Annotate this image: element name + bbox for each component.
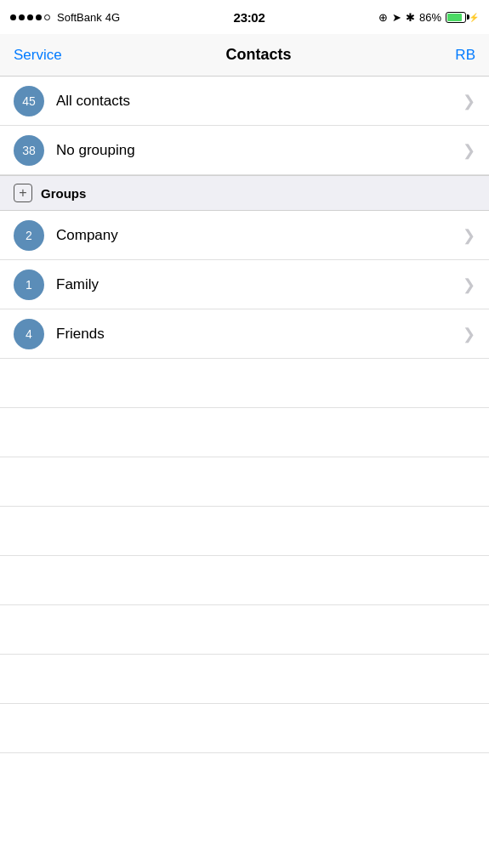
group-company-badge: 2 [14,220,44,251]
group-company-row[interactable]: 2 Company ❯ [0,211,489,260]
empty-row [0,655,489,704]
signal-icon [10,14,50,20]
time-label: 23:02 [234,10,265,25]
carrier-label: SoftBank [57,11,102,24]
group-company-label: Company [56,227,463,244]
status-right: ⊕ ➤ ✱ 86% ⚡ [378,11,479,24]
groups-section-header: + Groups [0,175,489,211]
status-bar: SoftBank 4G 23:02 ⊕ ➤ ✱ 86% ⚡ [0,0,489,34]
chevron-icon: ❯ [463,92,475,111]
battery-bolt: ⚡ [469,13,479,22]
empty-row [0,704,489,753]
group-family-badge: 1 [14,269,44,300]
empty-row [0,507,489,556]
battery-percent: 86% [419,11,441,24]
all-contacts-label: All contacts [56,93,463,110]
all-contacts-row[interactable]: 45 All contacts ❯ [0,77,489,126]
group-friends-badge: 4 [14,319,44,349]
network-label: 4G [105,11,120,24]
navigation-icon: ➤ [392,11,401,24]
empty-row [0,408,489,457]
action-button[interactable]: RB [455,47,475,64]
chevron-icon: ❯ [463,275,475,294]
location-icon: ⊕ [378,11,388,24]
empty-row [0,605,489,655]
no-grouping-row[interactable]: 38 No grouping ❯ [0,126,489,175]
empty-row [0,457,489,507]
battery-icon: ⚡ [446,12,479,23]
no-grouping-label: No grouping [56,142,463,159]
no-grouping-badge: 38 [14,135,44,166]
empty-row [0,556,489,605]
status-left: SoftBank 4G [10,11,120,24]
groups-header-label: Groups [41,186,86,201]
back-button[interactable]: Service [14,47,62,64]
chevron-icon: ❯ [463,226,475,245]
empty-row [0,359,489,408]
contacts-list: 45 All contacts ❯ 38 No grouping ❯ [0,77,489,175]
group-friends-label: Friends [56,326,463,343]
group-friends-row[interactable]: 4 Friends ❯ [0,309,489,359]
empty-rows [0,359,489,753]
all-contacts-badge: 45 [14,86,44,116]
group-family-label: Family [56,276,463,293]
add-group-icon[interactable]: + [14,184,32,202]
bluetooth-icon: ✱ [406,11,415,24]
group-family-row[interactable]: 1 Family ❯ [0,260,489,309]
groups-list: 2 Company ❯ 1 Family ❯ 4 Friends ❯ [0,211,489,359]
nav-bar: Service Contacts RB [0,34,489,77]
chevron-icon: ❯ [463,141,475,160]
chevron-icon: ❯ [463,325,475,343]
page-title: Contacts [226,46,292,64]
